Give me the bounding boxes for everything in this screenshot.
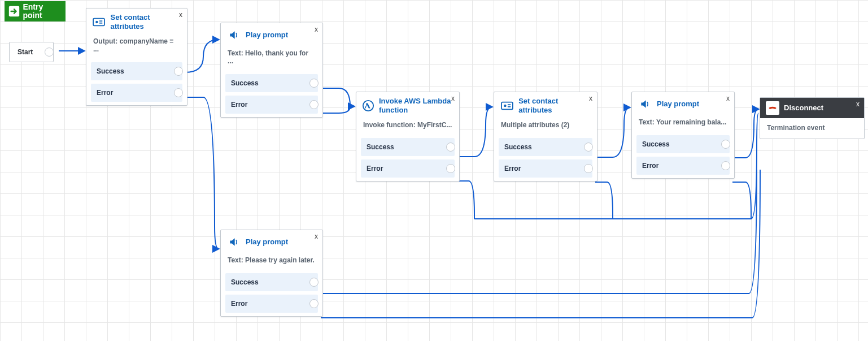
start-node[interactable]: Start xyxy=(9,42,54,62)
play-prompt-balance-node[interactable]: Play prompt x Text: Your remaining bala.… xyxy=(631,92,735,179)
svg-rect-1 xyxy=(93,18,104,25)
output-port[interactable] xyxy=(721,140,730,149)
outcome-error[interactable]: Error xyxy=(225,96,318,114)
close-icon[interactable]: x xyxy=(451,94,455,102)
outcome-label: Error xyxy=(504,165,521,172)
node-subtitle: Text: Hello, thank you for ... xyxy=(221,46,322,71)
node-title: Invoke AWS Lambda function xyxy=(379,97,453,114)
outcome-success[interactable]: Success xyxy=(499,138,592,156)
svg-point-7 xyxy=(504,104,507,107)
outcome-error[interactable]: Error xyxy=(91,84,182,102)
speaker-icon xyxy=(226,235,241,249)
close-icon[interactable]: x xyxy=(315,25,318,33)
start-output-port[interactable] xyxy=(45,48,54,57)
node-title: Disconnect xyxy=(784,103,823,113)
outcome-label: Success xyxy=(367,143,394,151)
output-port[interactable] xyxy=(174,88,183,97)
node-title: Set contact attributes xyxy=(111,13,181,31)
outcome-label: Error xyxy=(367,165,383,172)
node-title: Set contact attributes xyxy=(518,97,591,114)
node-title: Play prompt xyxy=(246,238,288,247)
phone-hangup-icon xyxy=(766,101,779,115)
outcome-success[interactable]: Success xyxy=(361,138,455,156)
entry-point-node[interactable]: Entry point xyxy=(5,1,66,21)
output-port[interactable] xyxy=(584,164,593,173)
svg-point-2 xyxy=(95,20,98,23)
outcome-label: Success xyxy=(642,140,670,148)
node-title: Play prompt xyxy=(246,31,288,40)
speaker-icon xyxy=(638,97,652,111)
play-prompt-retry-node[interactable]: Play prompt x Text: Please try again lat… xyxy=(220,230,323,317)
entry-point-label: Entry point xyxy=(23,3,59,20)
node-subtitle: Output: companyName = ... xyxy=(86,34,187,59)
close-icon[interactable]: x xyxy=(179,11,182,19)
contact-attributes-icon xyxy=(92,15,106,29)
start-label: Start xyxy=(18,48,33,56)
close-icon[interactable]: x xyxy=(315,232,318,240)
node-subtitle: Multiple attributes (2) xyxy=(494,118,597,135)
output-port[interactable] xyxy=(446,143,455,152)
output-port[interactable] xyxy=(309,100,319,109)
outcome-error[interactable]: Error xyxy=(225,295,318,313)
close-icon[interactable]: x xyxy=(856,100,860,108)
close-icon[interactable]: x xyxy=(589,94,592,102)
set-contact-attributes-node-1[interactable]: Set contact attributes x Output: company… xyxy=(86,8,187,106)
outcome-label: Success xyxy=(97,67,124,75)
node-subtitle: Invoke function: MyFirstC... xyxy=(356,118,459,135)
lambda-icon xyxy=(362,98,374,113)
output-port[interactable] xyxy=(174,67,183,76)
outcome-label: Success xyxy=(231,278,259,286)
node-subtitle: Text: Your remaining bala... xyxy=(632,115,734,132)
node-subtitle: Text: Please try again later. xyxy=(221,253,322,270)
outcome-error[interactable]: Error xyxy=(499,159,592,178)
output-port[interactable] xyxy=(309,278,319,287)
output-port[interactable] xyxy=(721,161,730,170)
output-port[interactable] xyxy=(309,299,319,308)
close-icon[interactable]: x xyxy=(726,94,730,102)
outcome-label: Error xyxy=(97,89,113,97)
outcome-error[interactable]: Error xyxy=(636,157,730,175)
outcome-success[interactable]: Success xyxy=(636,135,730,153)
node-title: Play prompt xyxy=(657,100,699,109)
invoke-lambda-node[interactable]: Invoke AWS Lambda function x Invoke func… xyxy=(356,92,460,182)
outcome-label: Success xyxy=(231,79,259,87)
output-port[interactable] xyxy=(446,164,455,173)
outcome-error[interactable]: Error xyxy=(361,159,455,178)
outcome-success[interactable]: Success xyxy=(91,62,182,80)
outcome-success[interactable]: Success xyxy=(225,273,318,291)
speaker-icon xyxy=(226,28,241,42)
svg-rect-6 xyxy=(501,102,513,109)
outcome-success[interactable]: Success xyxy=(225,74,318,92)
outcome-label: Success xyxy=(504,143,532,151)
outcome-label: Error xyxy=(231,101,247,109)
output-port[interactable] xyxy=(309,79,319,88)
entry-arrow-icon xyxy=(8,4,20,19)
node-subtitle: Termination event xyxy=(760,118,864,139)
outcome-label: Error xyxy=(642,162,658,170)
play-prompt-hello-node[interactable]: Play prompt x Text: Hello, thank you for… xyxy=(220,23,323,118)
set-contact-attributes-node-2[interactable]: Set contact attributes x Multiple attrib… xyxy=(494,92,597,182)
outcome-label: Error xyxy=(231,300,247,308)
contact-attributes-icon xyxy=(500,98,514,113)
disconnect-node[interactable]: Disconnect x Termination event xyxy=(760,97,865,139)
output-port[interactable] xyxy=(584,143,593,152)
